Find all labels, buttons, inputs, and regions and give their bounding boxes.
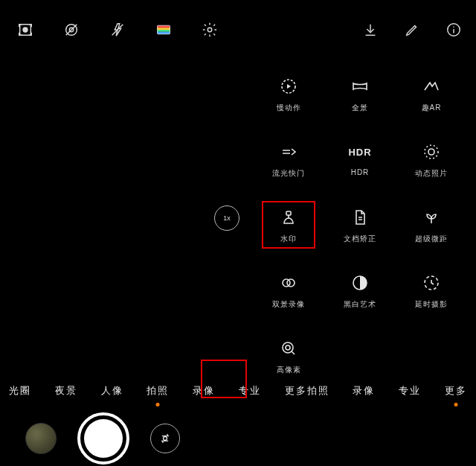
shutter-button[interactable] (77, 412, 129, 465)
hdr-icon: HDR (350, 141, 370, 162)
zoom-control[interactable]: 1x (214, 171, 239, 265)
camera-switch-button[interactable] (150, 424, 180, 453)
metering-icon[interactable] (16, 21, 34, 39)
feature-lightpaint[interactable]: 流光快门 (253, 137, 324, 182)
hires-icon (278, 338, 299, 359)
lightpaint-icon (278, 141, 299, 162)
mode-more1[interactable]: 更多拍照 (283, 383, 331, 405)
zoom-ring[interactable]: 1x (214, 205, 239, 231)
feature-hdr[interactable]: HDR HDR (324, 137, 396, 182)
settings-icon[interactable] (201, 21, 219, 39)
panorama-icon (350, 76, 370, 97)
feature-label: 流光快门 (272, 168, 305, 179)
feature-label: 高像素 (277, 365, 301, 375)
ai-off-icon[interactable] (62, 21, 80, 39)
feature-dualview[interactable]: 双景录像 (253, 268, 324, 313)
svg-point-14 (453, 27, 454, 28)
feature-ar[interactable]: 趣AR (396, 71, 467, 116)
feature-label: 趣AR (422, 103, 442, 113)
flash-off-icon[interactable] (109, 21, 126, 39)
feature-bw[interactable]: 黑白艺术 (324, 268, 396, 313)
livephoto-icon (421, 141, 442, 162)
ar-icon (421, 76, 442, 97)
gallery-thumbnail[interactable] (25, 423, 57, 454)
mode-portrait[interactable]: 人像 (100, 383, 125, 405)
docscan-icon (350, 207, 370, 228)
feature-label: 超级微距 (415, 234, 448, 244)
svg-point-23 (283, 342, 293, 353)
feature-label: 动态照片 (415, 168, 448, 179)
svg-point-24 (286, 345, 290, 350)
shutter-inner (84, 419, 123, 458)
mode-night[interactable]: 夜景 (54, 383, 79, 405)
top-toolbar-right (361, 21, 476, 39)
top-toolbar (0, 21, 476, 39)
feature-grid: 慢动作 全景 趣AR 流光快门 HDR HDR 动态照片 水印 文档矫正 超级微… (253, 71, 467, 378)
edit-icon[interactable] (403, 21, 421, 39)
feature-hires[interactable]: 高像素 (253, 333, 324, 378)
feature-macro[interactable]: 超级微距 (396, 202, 467, 247)
svg-rect-9 (158, 30, 170, 32)
feature-panorama[interactable]: 全景 (324, 71, 396, 116)
feature-label: HDR (351, 168, 370, 176)
mode-pro2[interactable]: 专业 (397, 383, 422, 405)
macro-icon (421, 207, 442, 228)
mode-aperture[interactable]: 光圈 (7, 383, 33, 405)
watermark-icon (278, 207, 299, 228)
feature-label: 黑白艺术 (344, 299, 376, 310)
feature-timelapse[interactable]: 延时摄影 (396, 268, 467, 313)
svg-point-17 (425, 145, 438, 159)
feature-livephoto[interactable]: 动态照片 (396, 137, 467, 182)
top-toolbar-left (0, 21, 219, 39)
svg-rect-18 (286, 211, 291, 215)
bw-icon (350, 272, 370, 293)
svg-rect-7 (158, 26, 170, 28)
svg-point-16 (428, 149, 434, 155)
feature-label: 延时摄影 (415, 299, 448, 310)
mode-video2[interactable]: 录像 (351, 383, 376, 405)
feature-watermark[interactable]: 水印 (253, 202, 324, 247)
slowmo-icon (278, 76, 299, 97)
mode-video[interactable]: 录像 (191, 383, 216, 405)
download-icon[interactable] (361, 21, 379, 39)
mode-more2[interactable]: 更多 (443, 383, 469, 405)
feature-slowmo[interactable]: 慢动作 (253, 71, 324, 116)
feature-label: 慢动作 (277, 103, 301, 113)
filter-icon[interactable] (155, 21, 173, 39)
timelapse-icon (421, 272, 442, 293)
svg-rect-10 (158, 32, 170, 34)
feature-docscan[interactable]: 文档矫正 (324, 202, 396, 247)
zoom-dots-bottom (226, 235, 228, 265)
svg-point-1 (22, 27, 28, 32)
feature-label: 全景 (352, 103, 368, 113)
mode-photo[interactable]: 拍照 (145, 383, 170, 405)
info-icon[interactable] (445, 21, 463, 39)
svg-point-25 (164, 437, 167, 441)
feature-label: 双景录像 (272, 299, 305, 310)
feature-label: 水印 (280, 234, 297, 244)
feature-label: 文档矫正 (344, 234, 376, 244)
svg-point-11 (208, 28, 212, 32)
svg-point-20 (287, 279, 295, 287)
mode-pro[interactable]: 专业 (237, 383, 263, 405)
zoom-dots-top (226, 171, 228, 201)
mode-strip: 光圈 夜景 人像 拍照 录像 专业 更多拍照 录像 专业 更多 (0, 383, 476, 405)
dualview-icon (278, 272, 299, 293)
shutter-row (0, 412, 245, 465)
svg-rect-8 (158, 28, 170, 30)
